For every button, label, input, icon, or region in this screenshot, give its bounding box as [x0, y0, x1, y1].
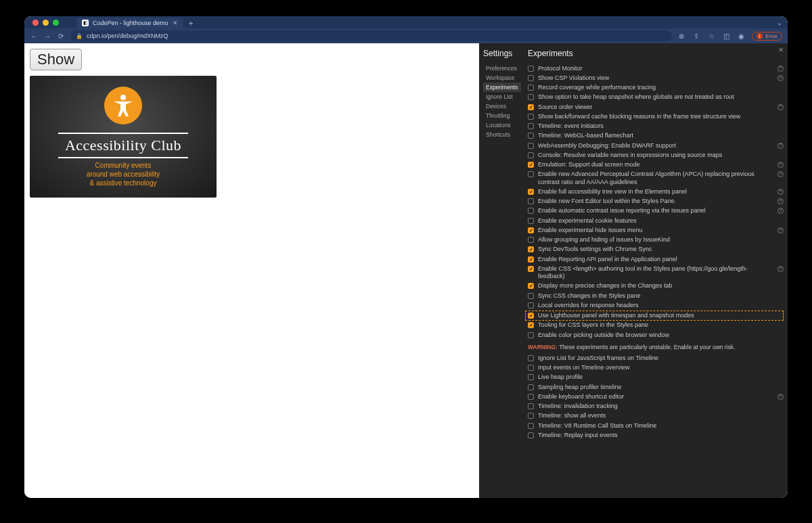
forward-icon[interactable]: →	[43, 32, 51, 40]
experiment-label[interactable]: Tooling for CSS layers in the Styles pan…	[538, 321, 784, 329]
experiment-checkbox[interactable]	[528, 423, 534, 429]
settings-nav-shortcuts[interactable]: Shortcuts	[483, 130, 521, 139]
experiment-label[interactable]: Enable Reporting API panel in the Applic…	[538, 256, 784, 263]
bookmark-icon[interactable]: ☆	[707, 32, 715, 40]
experiment-label[interactable]: Display more precise changes in the Chan…	[538, 282, 784, 290]
error-badge[interactable]: ! Error	[752, 32, 782, 41]
experiment-checkbox[interactable]	[528, 123, 534, 129]
experiment-checkbox[interactable]	[528, 152, 534, 158]
experiment-label[interactable]: Console: Resolve variable names in expre…	[538, 152, 784, 159]
experiment-label[interactable]: Protocol Monitor	[538, 65, 773, 72]
close-window-icon[interactable]	[32, 20, 39, 26]
info-icon[interactable]: ?	[777, 394, 784, 400]
info-icon[interactable]: ?	[777, 66, 784, 72]
info-icon[interactable]: ?	[777, 143, 784, 149]
info-icon[interactable]: ?	[777, 171, 784, 177]
experiment-label[interactable]: Input events on Timeline overview	[538, 364, 784, 371]
address-bar[interactable]: 🔒 cdpn.io/pen/debug/mdXNMzQ	[70, 30, 672, 41]
experiment-checkbox[interactable]	[528, 189, 534, 195]
experiment-checkbox[interactable]	[528, 365, 534, 371]
experiment-checkbox[interactable]	[528, 413, 534, 419]
experiment-label[interactable]: Source order viewer	[538, 104, 773, 111]
experiment-label[interactable]: Show CSP Violations view	[538, 74, 773, 82]
experiment-checkbox[interactable]	[528, 266, 534, 272]
info-icon[interactable]: ?	[777, 266, 784, 272]
experiment-checkbox[interactable]	[528, 227, 534, 233]
experiment-checkbox[interactable]	[528, 283, 534, 289]
info-icon[interactable]: ?	[777, 189, 784, 195]
profile-icon[interactable]: ◉	[737, 32, 745, 40]
maximize-window-icon[interactable]	[53, 20, 59, 26]
experiment-label[interactable]: Enable experimental cookie features	[538, 217, 784, 225]
settings-nav-devices[interactable]: Devices	[483, 101, 521, 111]
experiment-checkbox[interactable]	[528, 374, 534, 380]
experiment-checkbox[interactable]	[528, 94, 534, 100]
settings-nav-preferences[interactable]: Preferences	[483, 64, 521, 73]
experiment-label[interactable]: Timeline: V8 Runtime Call Stats on Timel…	[538, 422, 784, 430]
experiment-label[interactable]: Enable experimental hide issues menu	[538, 227, 773, 234]
experiment-label[interactable]: Enable new Advanced Perceptual Contrast …	[538, 170, 773, 186]
experiment-label[interactable]: Enable new Font Editor tool within the S…	[538, 198, 773, 205]
experiment-label[interactable]: Record coverage while performance tracin…	[538, 84, 784, 91]
settings-nav-ignore-list[interactable]: Ignore List	[483, 92, 521, 101]
info-icon[interactable]: ?	[777, 208, 784, 214]
experiment-label[interactable]: Use Lighthouse panel with timespan and s…	[538, 312, 781, 319]
browser-tab[interactable]: ◧ CodePen - lighthouse demo ✕	[76, 18, 183, 28]
experiment-label[interactable]: Show back/forward cache blocking reasons…	[538, 113, 784, 120]
experiment-label[interactable]: Enable color picking outside the browser…	[538, 332, 784, 339]
info-icon[interactable]: ?	[777, 227, 784, 233]
experiment-checkbox[interactable]	[528, 355, 534, 361]
experiment-label[interactable]: Timeline: WebGL-based flamechart	[538, 132, 784, 139]
experiment-label[interactable]: Enable keyboard shortcut editor	[538, 393, 773, 401]
experiment-label[interactable]: Emulation: Support dual screen mode	[538, 161, 773, 168]
experiment-label[interactable]: Live heap profile	[538, 373, 784, 381]
extension-icon[interactable]: ◫	[722, 32, 730, 40]
experiment-label[interactable]: Enable automatic contrast issue reportin…	[538, 207, 773, 214]
experiment-checkbox[interactable]	[528, 302, 534, 309]
experiment-checkbox[interactable]	[528, 256, 534, 263]
experiment-checkbox[interactable]	[528, 133, 534, 139]
new-tab-icon[interactable]: +	[189, 19, 194, 28]
info-icon[interactable]: ?	[777, 104, 784, 110]
experiment-checkbox[interactable]	[528, 114, 534, 120]
experiment-label[interactable]: WebAssembly Debugging: Enable DWARF supp…	[538, 142, 773, 150]
experiment-label[interactable]: Show option to take heap snapshot where …	[538, 93, 784, 101]
experiment-checkbox[interactable]	[528, 332, 534, 338]
experiment-checkbox[interactable]	[528, 162, 534, 168]
experiment-checkbox[interactable]	[528, 293, 534, 299]
experiment-checkbox[interactable]	[528, 322, 534, 328]
reload-icon[interactable]: ⟳	[57, 32, 65, 40]
experiment-label[interactable]: Enable CSS <length> authoring tool in th…	[538, 265, 773, 281]
experiment-label[interactable]: Timeline: event initiators	[538, 122, 784, 130]
settings-nav-workspace[interactable]: Workspace	[483, 73, 521, 83]
close-tab-icon[interactable]: ✕	[173, 20, 178, 26]
experiment-label[interactable]: Local overrides for response headers	[538, 302, 784, 309]
experiment-checkbox[interactable]	[528, 85, 534, 91]
experiment-checkbox[interactable]	[528, 394, 534, 400]
info-icon[interactable]: ?	[777, 75, 784, 81]
experiment-checkbox[interactable]	[528, 432, 534, 438]
chevron-down-icon[interactable]: ⌄	[777, 19, 782, 26]
info-icon[interactable]: ?	[777, 162, 784, 168]
share-icon[interactable]: ⇪	[692, 32, 700, 40]
experiment-label[interactable]: Timeline: Replay input events	[538, 432, 784, 439]
experiment-label[interactable]: Timeline: invalidation tracking	[538, 403, 784, 410]
experiment-checkbox[interactable]	[528, 104, 534, 110]
close-icon[interactable]: ✕	[778, 46, 784, 53]
experiment-checkbox[interactable]	[528, 143, 534, 149]
experiment-label[interactable]: Allow grouping and hiding of issues by I…	[538, 236, 784, 244]
experiment-label[interactable]: Enable full accessibility tree view in t…	[538, 188, 773, 196]
experiments-panel[interactable]: Experiments Protocol Monitor?Show CSP Vi…	[521, 43, 788, 498]
experiment-label[interactable]: Sync CSS changes in the Styles pane	[538, 292, 784, 300]
experiment-label[interactable]: Ignore List for JavaScript frames on Tim…	[538, 355, 784, 362]
settings-nav-throttling[interactable]: Throttling	[483, 111, 521, 120]
search-in-page-icon[interactable]: ⊕	[677, 32, 685, 40]
experiment-checkbox[interactable]	[528, 218, 534, 224]
experiment-checkbox[interactable]	[528, 246, 534, 252]
settings-nav-locations[interactable]: Locations	[483, 120, 521, 130]
minimize-window-icon[interactable]	[43, 20, 49, 26]
experiment-checkbox[interactable]	[528, 403, 534, 409]
experiment-label[interactable]: Timeline: show all events	[538, 412, 784, 419]
info-icon[interactable]: ?	[777, 198, 784, 204]
experiment-label[interactable]: Sync DevTools settings with Chrome Sync	[538, 246, 784, 253]
